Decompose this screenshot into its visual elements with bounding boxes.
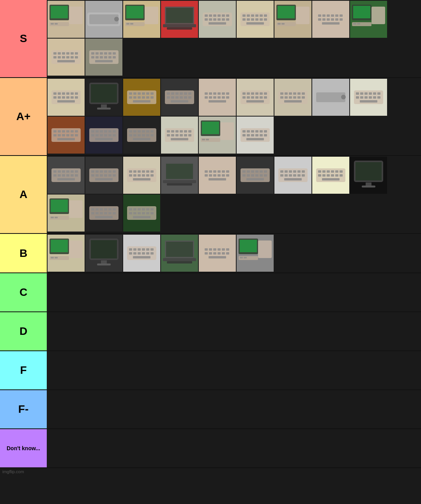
tier-item-a12[interactable]	[123, 195, 160, 232]
tier-item-s9[interactable]	[350, 1, 387, 38]
tier-item-a6[interactable]	[237, 157, 274, 194]
svg-rect-206	[284, 100, 302, 103]
tier-content-b	[47, 234, 421, 272]
tier-item-s2[interactable]	[85, 1, 122, 38]
svg-rect-199	[302, 92, 305, 95]
tier-item-ap15[interactable]	[237, 117, 274, 154]
svg-rect-239	[75, 134, 78, 136]
tier-item-a11[interactable]	[85, 195, 122, 232]
svg-rect-317	[58, 174, 61, 177]
svg-rect-118	[71, 92, 74, 95]
tier-item-ap8[interactable]	[312, 79, 349, 116]
svg-rect-190	[264, 96, 267, 99]
svg-rect-36	[226, 18, 229, 21]
svg-rect-254	[113, 134, 116, 136]
svg-rect-258	[129, 130, 132, 133]
svg-rect-90	[53, 56, 57, 58]
svg-rect-104	[113, 52, 116, 55]
svg-rect-150	[171, 92, 174, 95]
tier-item-a4[interactable]	[161, 157, 198, 194]
tier-item-a5[interactable]	[199, 157, 236, 194]
tier-row-dont-know: Don't know...	[0, 429, 421, 468]
svg-rect-349	[142, 174, 145, 177]
svg-rect-364	[222, 170, 225, 173]
tier-item-a7[interactable]	[274, 157, 311, 194]
svg-rect-21	[163, 24, 196, 27]
tier-item-a8[interactable]	[312, 157, 349, 194]
tier-item-s4[interactable]	[161, 1, 198, 38]
svg-rect-62	[318, 14, 321, 17]
svg-rect-432	[91, 208, 94, 210]
tier-item-ap3[interactable]	[123, 79, 160, 116]
tier-item-s7[interactable]	[274, 1, 311, 38]
svg-rect-402	[284, 178, 302, 180]
svg-rect-73	[340, 18, 343, 21]
svg-rect-295	[242, 130, 246, 133]
tier-item-b1[interactable]	[48, 235, 85, 272]
svg-rect-13	[126, 6, 143, 18]
svg-rect-481	[133, 252, 136, 255]
svg-rect-477	[142, 248, 145, 251]
svg-rect-235	[58, 134, 61, 136]
svg-rect-243	[91, 130, 94, 133]
tier-item-a3[interactable]	[123, 157, 160, 194]
svg-rect-421	[366, 182, 371, 186]
tier-item-ap9[interactable]	[350, 79, 387, 116]
svg-rect-200	[280, 96, 283, 99]
svg-rect-280	[171, 134, 174, 136]
svg-rect-20	[166, 8, 193, 23]
svg-rect-439	[96, 212, 99, 214]
svg-rect-441	[104, 212, 107, 214]
svg-rect-137	[142, 92, 145, 95]
tier-item-s11[interactable]	[85, 39, 122, 76]
tier-item-b2[interactable]	[85, 235, 122, 272]
svg-rect-476	[138, 248, 141, 251]
tier-row-f-minus: F-	[0, 390, 421, 429]
tier-item-b5[interactable]	[199, 235, 236, 272]
tier-item-ap10[interactable]	[48, 117, 85, 154]
tier-item-ap11[interactable]	[85, 117, 122, 154]
tier-item-a1[interactable]	[48, 157, 85, 194]
tier-item-s8[interactable]	[312, 1, 349, 38]
tier-item-s5[interactable]	[199, 1, 236, 38]
tier-item-s10[interactable]	[48, 39, 85, 76]
tier-item-a2[interactable]	[85, 157, 122, 194]
tier-item-a10[interactable]	[48, 195, 85, 232]
tier-item-ap6[interactable]	[237, 79, 274, 116]
tier-item-ap13[interactable]	[161, 117, 198, 154]
svg-rect-176	[209, 100, 226, 103]
tier-item-ap5[interactable]	[199, 79, 236, 116]
tier-item-ap4[interactable]	[161, 79, 198, 116]
tier-item-s3[interactable]	[123, 1, 160, 38]
svg-rect-276	[180, 130, 183, 133]
svg-rect-185	[242, 96, 246, 99]
svg-rect-151	[175, 92, 179, 95]
tier-item-b4[interactable]	[161, 235, 198, 272]
svg-rect-51	[264, 18, 267, 21]
svg-rect-303	[251, 134, 254, 136]
tier-label-c: C	[0, 273, 47, 311]
svg-rect-305	[260, 134, 263, 136]
svg-rect-371	[226, 174, 229, 177]
svg-rect-498	[222, 248, 225, 251]
tier-item-ap7[interactable]	[274, 79, 311, 116]
tier-item-ap1[interactable]	[48, 79, 85, 116]
tier-item-ap2[interactable]	[85, 79, 122, 116]
tier-item-s1[interactable]	[48, 1, 85, 38]
tier-content-c	[47, 273, 421, 311]
tier-item-a9[interactable]	[350, 157, 387, 194]
tier-item-b6[interactable]	[237, 235, 274, 272]
svg-rect-114	[53, 92, 57, 95]
svg-rect-337	[95, 178, 113, 180]
svg-rect-214	[360, 92, 363, 95]
svg-rect-347	[133, 174, 136, 177]
svg-rect-136	[138, 92, 141, 95]
tier-item-b3[interactable]	[123, 235, 160, 272]
tier-item-s6[interactable]	[237, 1, 274, 38]
tier-row-a: A	[0, 156, 421, 234]
tier-item-ap12[interactable]	[123, 117, 160, 154]
svg-rect-71	[331, 18, 334, 21]
svg-rect-375	[242, 170, 246, 173]
svg-rect-275	[175, 130, 179, 133]
tier-item-ap14[interactable]	[199, 117, 236, 154]
